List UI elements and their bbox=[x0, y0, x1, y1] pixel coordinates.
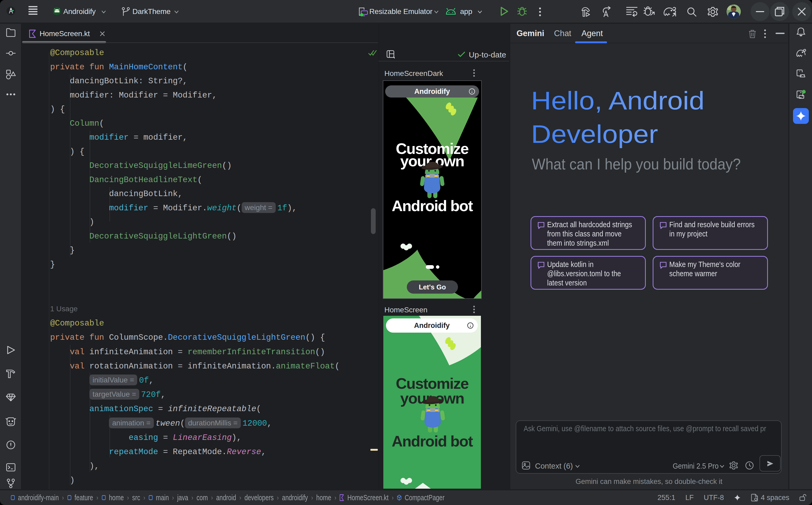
svg-text:Let's Go: Let's Go bbox=[419, 283, 446, 291]
svg-text:Android bot: Android bot bbox=[392, 433, 473, 450]
svg-text:Android bot: Android bot bbox=[392, 197, 473, 214]
svg-text:Androidify: Androidify bbox=[415, 88, 450, 96]
svg-text:Androidify: Androidify bbox=[414, 322, 450, 329]
